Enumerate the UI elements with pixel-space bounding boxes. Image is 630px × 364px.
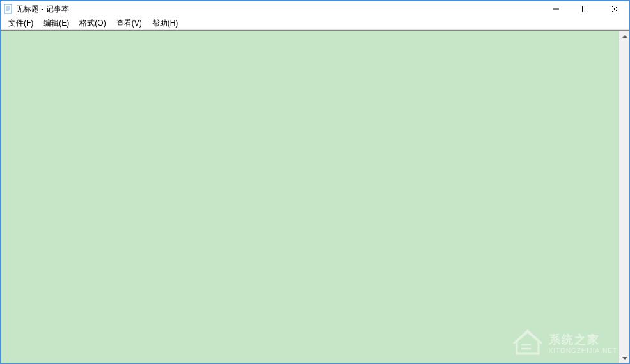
- menu-help[interactable]: 帮助(H): [147, 17, 184, 30]
- text-editor[interactable]: [1, 31, 618, 363]
- menu-edit[interactable]: 编辑(E): [38, 17, 74, 30]
- notepad-icon: [3, 4, 13, 14]
- menu-format[interactable]: 格式(O): [74, 17, 111, 30]
- svg-marker-10: [622, 357, 627, 360]
- editor-container: [1, 30, 629, 363]
- scrollbar-down-arrow[interactable]: [619, 352, 630, 363]
- menu-view[interactable]: 查看(V): [111, 17, 147, 30]
- close-button[interactable]: [600, 1, 629, 17]
- svg-marker-9: [622, 35, 627, 38]
- menubar: 文件(F) 编辑(E) 格式(O) 查看(V) 帮助(H): [1, 17, 629, 30]
- notepad-window: 无标题 - 记事本 文件(F) 编辑(E) 格式(O): [0, 0, 630, 364]
- menu-file[interactable]: 文件(F): [3, 17, 38, 30]
- window-controls: [541, 1, 629, 17]
- vertical-scrollbar[interactable]: [618, 31, 629, 363]
- scrollbar-up-arrow[interactable]: [619, 31, 630, 42]
- maximize-button[interactable]: [571, 1, 600, 17]
- minimize-button[interactable]: [541, 1, 571, 17]
- titlebar[interactable]: 无标题 - 记事本: [1, 1, 629, 17]
- window-title: 无标题 - 记事本: [16, 4, 541, 15]
- svg-rect-6: [583, 6, 588, 12]
